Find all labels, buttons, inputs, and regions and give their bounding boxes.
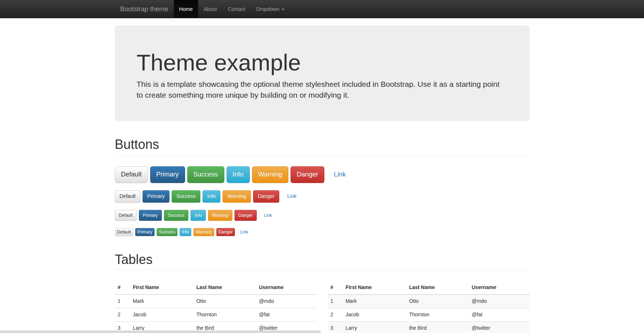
navbar-brand[interactable]: Bootstrap theme — [115, 0, 174, 18]
buttons-section-title: Buttons — [115, 137, 529, 152]
table-cell: Larry — [343, 322, 406, 333]
table-cell: Otto — [406, 295, 469, 308]
table-cell: Mark — [130, 295, 193, 308]
button-link-md[interactable]: Link — [283, 190, 301, 203]
column-header: # — [328, 281, 343, 295]
button-success-lg[interactable]: Success — [187, 166, 224, 183]
button-danger-lg[interactable]: Danger — [291, 166, 324, 183]
nav-item-label: Dropdown — [256, 6, 280, 12]
nav-item-about[interactable]: About — [198, 0, 223, 18]
button-row-lg: DefaultPrimarySuccessInfoWarningDangerLi… — [115, 166, 529, 183]
table-column-left: #First NameLast NameUsername1MarkOtto@md… — [109, 281, 322, 333]
button-info-sm[interactable]: Info — [191, 210, 206, 221]
table-cell: 3 — [328, 322, 343, 333]
table-row: 1MarkOtto@mdo — [115, 295, 317, 308]
button-danger-sm[interactable]: Danger — [235, 210, 257, 221]
button-primary-md[interactable]: Primary — [143, 190, 169, 203]
nav-item-home[interactable]: Home — [174, 0, 198, 18]
table-row: 2JacobThornton@fat — [328, 308, 529, 322]
button-primary-lg[interactable]: Primary — [150, 166, 185, 183]
button-link-xs[interactable]: Link — [238, 228, 251, 236]
column-header: Username — [469, 281, 529, 295]
table-cell: Jacob — [343, 308, 406, 322]
table-cell: @mdo — [256, 295, 317, 308]
table-cell: @fat — [256, 308, 317, 322]
column-header: First Name — [343, 281, 406, 295]
column-header: Username — [256, 281, 317, 295]
column-header: Last Name — [406, 281, 469, 295]
buttons-section-header: Buttons — [115, 137, 529, 155]
table-cell: Thornton — [406, 308, 469, 322]
table-header-row: #First NameLast NameUsername — [328, 281, 529, 295]
button-danger-xs[interactable]: Danger — [216, 228, 235, 236]
table-header-row: #First NameLast NameUsername — [115, 281, 317, 295]
button-info-md[interactable]: Info — [203, 190, 220, 203]
table-cell: 2 — [115, 308, 130, 322]
button-row-md: DefaultPrimarySuccessInfoWarningDangerLi… — [115, 190, 529, 203]
button-info-lg[interactable]: Info — [227, 166, 250, 183]
button-warning-sm[interactable]: Warning — [208, 210, 232, 221]
jumbotron: Theme example This is a template showcas… — [115, 25, 529, 121]
users-table-plain: #First NameLast NameUsername1MarkOtto@md… — [115, 281, 317, 333]
nav-item-dropdown[interactable]: Dropdown — [251, 0, 290, 18]
button-info-xs[interactable]: Info — [180, 228, 191, 236]
table-cell: the Bird — [406, 322, 469, 333]
tables-row: #First NameLast NameUsername1MarkOtto@md… — [109, 281, 535, 333]
button-row-xs: DefaultPrimarySuccessInfoWarningDangerLi… — [115, 228, 529, 236]
table-cell: Mark — [343, 295, 406, 308]
button-primary-sm[interactable]: Primary — [139, 210, 162, 221]
button-link-lg[interactable]: Link — [328, 166, 352, 183]
navbar: Bootstrap theme HomeAboutContactDropdown — [0, 0, 644, 18]
table-cell: 1 — [328, 295, 343, 308]
button-link-sm[interactable]: Link — [260, 210, 276, 221]
tables-section-title: Tables — [115, 252, 529, 267]
button-warning-lg[interactable]: Warning — [252, 166, 288, 183]
nav-item-label: Home — [179, 6, 193, 12]
table-cell: Otto — [193, 295, 256, 308]
nav-item-label: About — [204, 6, 217, 12]
table-cell: Jacob — [130, 308, 193, 322]
table-column-right: #First NameLast NameUsername1MarkOtto@md… — [322, 281, 535, 333]
table-cell: @fat — [469, 308, 529, 322]
table-cell: 2 — [328, 308, 343, 322]
nav-item-contact[interactable]: Contact — [223, 0, 251, 18]
main-content: Theme example This is a template showcas… — [109, 25, 535, 333]
button-warning-xs[interactable]: Warning — [193, 228, 214, 236]
button-warning-md[interactable]: Warning — [223, 190, 251, 203]
button-row-sm: DefaultPrimarySuccessInfoWarningDangerLi… — [115, 210, 529, 221]
table-cell: 1 — [115, 295, 130, 308]
table-row: 1MarkOtto@mdo — [328, 295, 529, 308]
button-default-xs[interactable]: Default — [115, 228, 133, 236]
tables-section-header: Tables — [115, 252, 529, 271]
button-default-lg[interactable]: Default — [115, 166, 148, 183]
button-success-md[interactable]: Success — [172, 190, 200, 203]
column-header: First Name — [130, 281, 193, 295]
page-title: Theme example — [137, 50, 508, 75]
button-primary-xs[interactable]: Primary — [135, 228, 155, 236]
table-cell: @twitter — [469, 322, 529, 333]
table-cell: Thornton — [193, 308, 256, 322]
table-row: 3Larrythe Bird@twitter — [328, 322, 529, 333]
button-default-md[interactable]: Default — [115, 190, 140, 203]
button-danger-md[interactable]: Danger — [253, 190, 279, 203]
button-success-xs[interactable]: Success — [157, 228, 177, 236]
caret-down-icon — [281, 9, 284, 10]
horizontal-scrollbar-thumb[interactable] — [0, 330, 321, 333]
button-success-sm[interactable]: Success — [164, 210, 188, 221]
users-table-striped: #First NameLast NameUsername1MarkOtto@md… — [328, 281, 529, 333]
navbar-menu: HomeAboutContactDropdown — [174, 0, 290, 18]
column-header: Last Name — [193, 281, 256, 295]
table-row: 2JacobThornton@fat — [115, 308, 317, 322]
jumbotron-lead: This is a template showcasing the option… — [137, 79, 508, 100]
table-cell: @mdo — [469, 295, 529, 308]
nav-item-label: Contact — [228, 6, 245, 12]
buttons-rows: DefaultPrimarySuccessInfoWarningDangerLi… — [115, 166, 529, 236]
column-header: # — [115, 281, 130, 295]
button-default-sm[interactable]: Default — [115, 210, 137, 221]
